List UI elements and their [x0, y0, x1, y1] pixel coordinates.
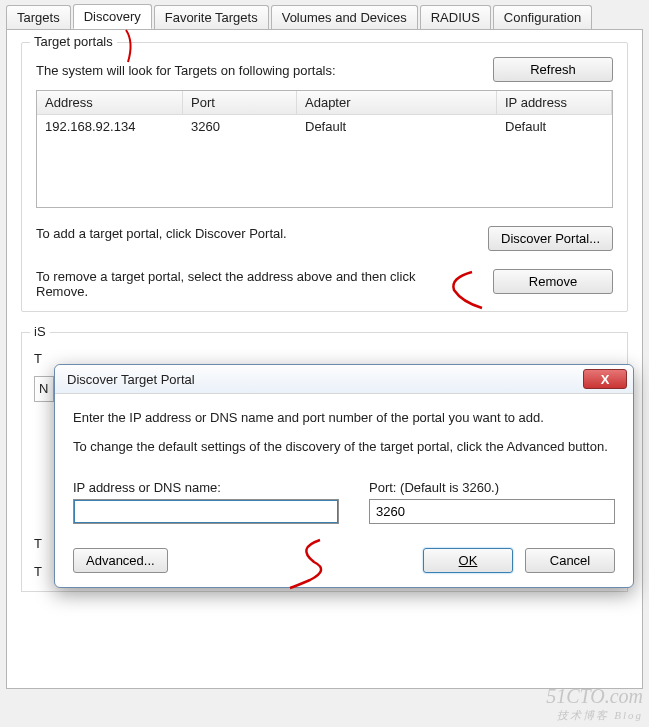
remove-portal-text: To remove a target portal, select the ad…: [36, 269, 416, 299]
close-button[interactable]: X: [583, 369, 627, 389]
target-portals-group: Target portals The system will look for …: [21, 42, 628, 312]
ok-button[interactable]: OK: [423, 548, 513, 573]
cell-ip: Default: [497, 115, 612, 138]
cell-address: 192.168.92.134: [37, 115, 183, 138]
look-for-targets-text: The system will look for Targets on foll…: [36, 57, 336, 78]
cancel-button[interactable]: Cancel: [525, 548, 615, 573]
dialog-instruction-1: Enter the IP address or DNS name and por…: [73, 410, 615, 425]
port-label: Port: (Default is 3260.): [369, 480, 615, 495]
tab-radius[interactable]: RADIUS: [420, 5, 491, 30]
table-header: Address Port Adapter IP address: [37, 91, 612, 115]
dialog-title: Discover Target Portal: [67, 372, 195, 387]
tab-volumes-devices[interactable]: Volumes and Devices: [271, 5, 418, 30]
isns-table-fragment: N: [34, 376, 54, 402]
ip-address-label: IP address or DNS name:: [73, 480, 339, 495]
table-row[interactable]: 192.168.92.134 3260 Default Default: [37, 115, 612, 138]
dialog-titlebar[interactable]: Discover Target Portal X: [55, 365, 633, 394]
discovery-tab-panel: Target portals The system will look for …: [6, 29, 643, 689]
col-address[interactable]: Address: [37, 91, 183, 114]
tab-strip: Targets Discovery Favorite Targets Volum…: [0, 0, 649, 29]
tab-targets[interactable]: Targets: [6, 5, 71, 30]
close-icon: X: [601, 372, 610, 387]
obscured-text-1: T: [34, 536, 42, 551]
col-port[interactable]: Port: [183, 91, 297, 114]
discover-target-portal-dialog: Discover Target Portal X Enter the IP ad…: [54, 364, 634, 588]
tab-configuration[interactable]: Configuration: [493, 5, 592, 30]
dialog-instruction-2: To change the default settings of the di…: [73, 439, 615, 454]
watermark: 51CTO.com 技术博客 Blog: [546, 685, 643, 723]
tab-favorite-targets[interactable]: Favorite Targets: [154, 5, 269, 30]
group-title: Target portals: [30, 34, 117, 49]
advanced-button[interactable]: Advanced...: [73, 548, 168, 573]
discover-portal-button[interactable]: Discover Portal...: [488, 226, 613, 251]
col-ip-address[interactable]: IP address: [497, 91, 612, 114]
remove-button[interactable]: Remove: [493, 269, 613, 294]
col-adapter[interactable]: Adapter: [297, 91, 497, 114]
port-input[interactable]: [369, 499, 615, 524]
tab-discovery[interactable]: Discovery: [73, 4, 152, 29]
obscured-text-2: T: [34, 564, 42, 579]
ip-address-input[interactable]: [73, 499, 339, 524]
refresh-button[interactable]: Refresh: [493, 57, 613, 82]
add-portal-text: To add a target portal, click Discover P…: [36, 226, 287, 241]
cell-port: 3260: [183, 115, 297, 138]
portals-table[interactable]: Address Port Adapter IP address 192.168.…: [36, 90, 613, 208]
isns-title-fragment: iS: [30, 324, 50, 339]
cell-adapter: Default: [297, 115, 497, 138]
